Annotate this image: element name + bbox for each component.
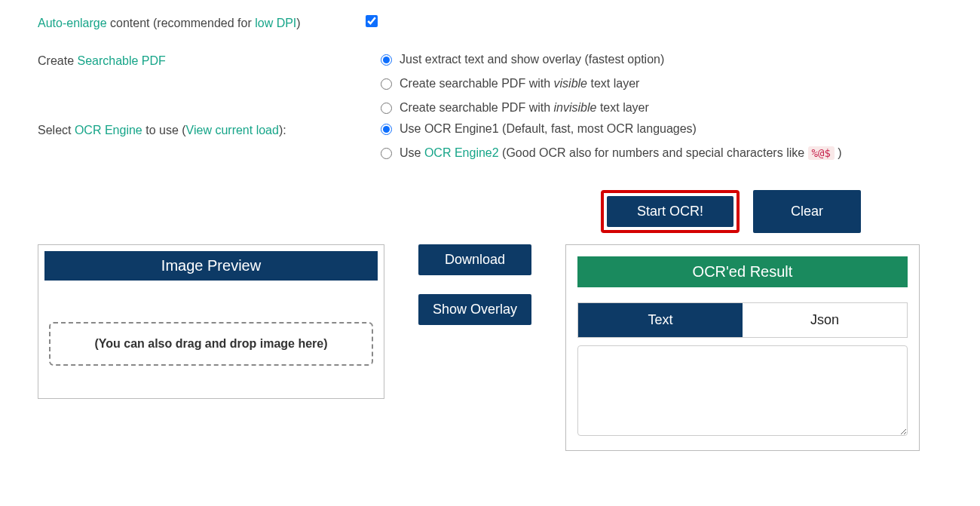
result-textarea[interactable]	[577, 345, 908, 436]
searchable-pdf-label: Create Searchable PDF	[38, 53, 347, 68]
engine-option-2-radio[interactable]	[381, 148, 392, 159]
download-button[interactable]: Download	[418, 244, 531, 275]
select-end: ):	[279, 124, 286, 136]
pdf-option-1-radio[interactable]	[381, 54, 392, 66]
select-text: Select	[38, 124, 75, 136]
auto-enlarge-label: Auto-enlarge content (recommended for lo…	[38, 15, 347, 30]
mid-buttons-panel: Download Show Overlay	[418, 244, 531, 325]
create-text: Create	[38, 54, 77, 67]
tab-json[interactable]: Json	[743, 303, 907, 337]
auto-enlarge-text-end: )	[296, 17, 300, 29]
tab-text[interactable]: Text	[578, 303, 743, 337]
result-tabs: Text Json	[577, 302, 908, 338]
panels-row: Image Preview (You can also drag and dro…	[38, 244, 942, 451]
pdf-option-2-label: Create searchable PDF with visible text …	[400, 77, 639, 90]
engine-option-1-label: Use OCR Engine1 (Default, fast, most OCR…	[400, 122, 697, 136]
pdf-option-2-radio[interactable]	[381, 78, 392, 90]
start-ocr-highlight: Start OCR!	[601, 190, 740, 233]
image-dropzone[interactable]: (You can also drag and drop image here)	[49, 322, 373, 366]
ocr-engine-row: Select OCR Engine to use (View current l…	[38, 122, 942, 160]
image-preview-panel: Image Preview (You can also drag and dro…	[38, 244, 384, 399]
ocr-engine2-link[interactable]: OCR Engine2	[424, 146, 499, 159]
pdf-option-3-label: Create searchable PDF with invisible tex…	[400, 101, 649, 115]
select-mid: to use (	[142, 124, 186, 136]
view-load-link[interactable]: View current load	[186, 124, 279, 136]
engine-option-row: Use OCR Engine2 (Good OCR also for numbe…	[381, 146, 942, 160]
low-dpi-link[interactable]: low DPI	[255, 17, 296, 29]
clear-button[interactable]: Clear	[753, 190, 861, 233]
pdf-option-3-radio[interactable]	[381, 103, 392, 114]
searchable-pdf-row: Create Searchable PDF Just extract text …	[38, 53, 942, 115]
pdf-option-row: Create searchable PDF with visible text …	[381, 77, 942, 90]
engine-option-2-label: Use OCR Engine2 (Good OCR also for numbe…	[400, 146, 842, 160]
ocr-engine-select-label: Select OCR Engine to use (View current l…	[38, 122, 347, 137]
show-overlay-button[interactable]: Show Overlay	[418, 294, 531, 325]
ocr-engine-link[interactable]: OCR Engine	[75, 124, 142, 136]
special-chars-chip: %@$	[808, 146, 835, 160]
auto-enlarge-text-mid: content (recommended for	[107, 17, 256, 29]
pdf-option-row: Create searchable PDF with invisible tex…	[381, 101, 942, 115]
engine-option-1-radio[interactable]	[381, 124, 392, 135]
ocr-result-header: OCR'ed Result	[577, 256, 908, 287]
auto-enlarge-checkbox[interactable]	[366, 15, 378, 27]
auto-enlarge-link[interactable]: Auto-enlarge	[38, 17, 107, 29]
action-button-row: Start OCR! Clear	[38, 190, 942, 233]
engine-option-row: Use OCR Engine1 (Default, fast, most OCR…	[381, 122, 942, 136]
start-ocr-button[interactable]: Start OCR!	[607, 196, 733, 227]
ocr-result-panel: OCR'ed Result Text Json	[565, 244, 920, 451]
auto-enlarge-row: Auto-enlarge content (recommended for lo…	[38, 15, 942, 30]
image-preview-header: Image Preview	[44, 251, 378, 281]
pdf-option-row: Just extract text and show overlay (fast…	[381, 53, 942, 66]
searchable-pdf-link[interactable]: Searchable PDF	[77, 54, 165, 67]
pdf-option-1-label: Just extract text and show overlay (fast…	[400, 53, 664, 66]
